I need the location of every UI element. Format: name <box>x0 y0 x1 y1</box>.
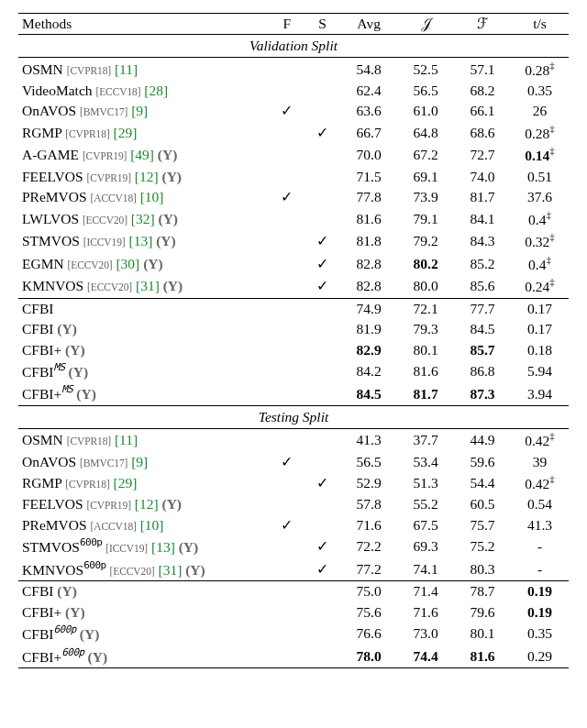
fcal-value: 81.6 <box>454 645 511 667</box>
fcal-value: 59.6 <box>454 451 511 471</box>
avg-value: 76.6 <box>340 623 397 645</box>
ts-value: 0.42‡ <box>511 428 569 451</box>
table-row: STMVOS600p [ICCV19] [13] (Y)✓72.269.375.… <box>18 535 569 558</box>
j-value: 80.2 <box>397 253 454 276</box>
citation: [31] <box>136 278 160 293</box>
avg-value: 82.8 <box>340 275 397 298</box>
fcal-value: 78.7 <box>454 581 511 602</box>
method-cell: FEELVOS [CVPR19] [12] (Y) <box>18 167 269 187</box>
finetune-flag <box>269 298 305 319</box>
fcal-value: 57.1 <box>454 58 511 81</box>
fcal-value: 77.7 <box>454 298 511 319</box>
method-cell: CFBI600p (Y) <box>18 623 269 645</box>
col-J: 𝒥 <box>397 14 454 35</box>
avg-value: 72.2 <box>340 535 397 558</box>
youtube-flag: (Y) <box>69 364 89 380</box>
conference-tag: [CVPR19] <box>86 500 130 511</box>
table-row: OSMN [CVPR18] [11]41.337.744.90.42‡ <box>18 428 569 451</box>
j-value: 64.8 <box>397 122 454 145</box>
youtube-flag: (Y) <box>179 539 199 555</box>
ts-value: 0.19 <box>511 581 569 602</box>
citation: [10] <box>140 517 164 533</box>
avg-value: 54.8 <box>340 58 397 81</box>
conference-tag: [CVPR19] <box>86 172 130 183</box>
synth-flag <box>305 144 340 167</box>
j-value: 73.0 <box>397 623 454 645</box>
citation: [49] <box>130 147 154 162</box>
table-row: CFBI+MS (Y)84.581.787.33.94 <box>18 382 569 405</box>
avg-value: 82.8 <box>340 253 397 276</box>
j-value: 56.5 <box>397 81 454 101</box>
table-row: A-GAME [CVPR19] [49] (Y)70.067.272.70.14… <box>18 144 569 167</box>
avg-value: 82.9 <box>340 339 397 359</box>
table-row: PReMVOS [ACCV18] [10]✓77.873.981.737.6 <box>18 187 569 207</box>
ts-value: 0.19 <box>511 601 569 622</box>
finetune-flag <box>269 122 305 145</box>
conference-tag: [CVPR18] <box>67 65 111 76</box>
method-cell: CFBI+ (Y) <box>18 339 269 359</box>
conference-tag: [CVPR18] <box>65 128 109 139</box>
avg-value: 63.6 <box>340 101 397 121</box>
method-cell: CFBI+MS (Y) <box>18 382 269 405</box>
j-value: 71.6 <box>397 601 454 622</box>
j-value: 81.6 <box>397 360 454 383</box>
table-row: FEELVOS [CVPR19] [12] (Y)57.855.260.50.5… <box>18 494 569 514</box>
youtube-flag: (Y) <box>158 147 178 162</box>
method-cell: CFBI (Y) <box>18 319 269 339</box>
j-value: 52.5 <box>397 58 454 81</box>
synth-flag <box>305 645 340 667</box>
table-row: FEELVOS [CVPR19] [12] (Y)71.569.174.00.5… <box>18 167 569 187</box>
synth-flag <box>305 298 340 319</box>
fcal-value: 60.5 <box>454 494 511 514</box>
conference-tag: [ECCV20] <box>83 215 127 226</box>
avg-value: 56.5 <box>340 451 397 471</box>
table-row: VideoMatch [ECCV18] [28]62.456.568.20.35 <box>18 81 569 101</box>
conference-tag: [ECCV20] <box>68 259 113 270</box>
j-value: 79.1 <box>397 207 454 230</box>
avg-value: 70.0 <box>340 144 397 167</box>
j-value: 69.3 <box>397 535 454 558</box>
finetune-flag <box>269 494 305 514</box>
synth-flag <box>305 319 340 339</box>
synth-flag: ✓ <box>305 275 340 298</box>
finetune-flag <box>269 253 305 276</box>
avg-value: 78.0 <box>340 645 397 667</box>
synth-flag <box>305 601 340 622</box>
fcal-value: 44.9 <box>454 428 511 451</box>
youtube-flag: (Y) <box>76 387 96 403</box>
youtube-flag: (Y) <box>185 562 205 578</box>
table-row: RGMP [CVPR18] [29]✓52.951.354.40.42‡ <box>18 472 569 495</box>
citation: [10] <box>140 189 164 204</box>
finetune-flag <box>269 275 305 298</box>
synth-flag <box>305 207 340 230</box>
fcal-value: 85.2 <box>454 253 511 276</box>
citation: [12] <box>135 169 159 184</box>
avg-value: 71.6 <box>340 515 397 535</box>
method-cell: LWLVOS [ECCV20] [32] (Y) <box>18 207 269 230</box>
method-cell: OSMN [CVPR18] [11] <box>18 58 269 81</box>
finetune-flag <box>269 207 305 230</box>
finetune-flag <box>269 645 305 667</box>
synth-flag <box>305 187 340 207</box>
fcal-value: 54.4 <box>454 472 511 495</box>
fcal-value: 87.3 <box>454 382 511 405</box>
finetune-flag <box>269 360 305 383</box>
youtube-flag: (Y) <box>156 233 176 248</box>
method-cell: RGMP [CVPR18] [29] <box>18 472 269 495</box>
method-cell: RGMP [CVPR18] [29] <box>18 122 269 145</box>
j-value: 53.4 <box>397 451 454 471</box>
table-row: OnAVOS [BMVC17] [9]✓63.661.066.126 <box>18 101 569 121</box>
finetune-flag: ✓ <box>269 101 305 121</box>
avg-value: 57.8 <box>340 494 397 514</box>
avg-value: 74.9 <box>340 298 397 319</box>
conference-tag: [CVPR18] <box>65 479 109 490</box>
avg-value: 75.6 <box>340 601 397 622</box>
synth-flag <box>305 58 340 81</box>
ts-value: 26 <box>511 101 569 121</box>
fcal-value: 68.6 <box>454 122 511 145</box>
table-row: CFBI+ (Y)75.671.679.60.19 <box>18 601 569 622</box>
synth-flag <box>305 360 340 383</box>
youtube-flag: (Y) <box>88 649 108 665</box>
table-row: RGMP [CVPR18] [29]✓66.764.868.60.28‡ <box>18 122 569 145</box>
finetune-flag <box>269 581 305 602</box>
